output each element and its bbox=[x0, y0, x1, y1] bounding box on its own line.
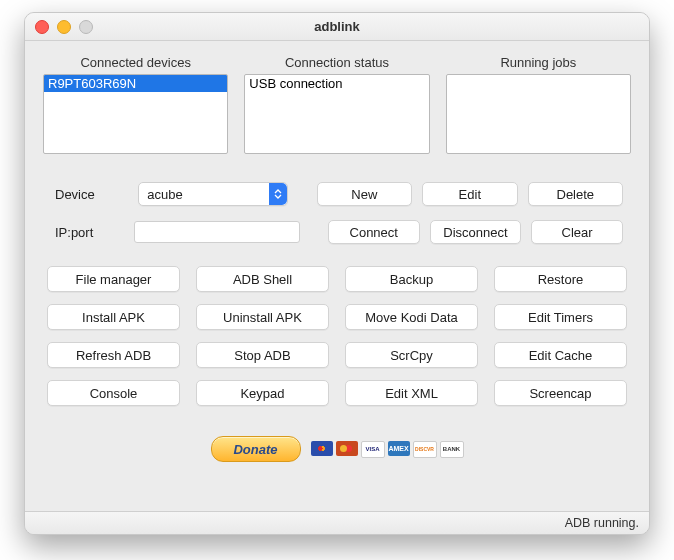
app-window: adblink Connected devices R9PT603R69N Co… bbox=[24, 12, 650, 535]
file-manager-button[interactable]: File manager bbox=[47, 266, 180, 292]
form-area: Device acube New Edit Delete IP:port Con… bbox=[43, 182, 631, 244]
console-button[interactable]: Console bbox=[47, 380, 180, 406]
edit-xml-button[interactable]: Edit XML bbox=[345, 380, 478, 406]
edit-cache-button[interactable]: Edit Cache bbox=[494, 342, 627, 368]
chevron-updown-icon bbox=[269, 183, 287, 205]
ipport-row: IP:port Connect Disconnect Clear bbox=[51, 220, 623, 244]
new-button[interactable]: New bbox=[317, 182, 412, 206]
delete-button[interactable]: Delete bbox=[528, 182, 623, 206]
mastercard-icon bbox=[336, 441, 358, 456]
clear-button[interactable]: Clear bbox=[531, 220, 623, 244]
titlebar: adblink bbox=[25, 13, 649, 41]
edit-button[interactable]: Edit bbox=[422, 182, 517, 206]
maestro-icon bbox=[311, 441, 333, 456]
ipport-input[interactable] bbox=[134, 221, 300, 243]
install-apk-button[interactable]: Install APK bbox=[47, 304, 180, 330]
amex-icon: AMEX bbox=[388, 441, 410, 456]
edit-timers-button[interactable]: Edit Timers bbox=[494, 304, 627, 330]
device-row: Device acube New Edit Delete bbox=[51, 182, 623, 206]
disconnect-button[interactable]: Disconnect bbox=[430, 220, 522, 244]
connection-status-list[interactable]: USB connection bbox=[244, 74, 429, 154]
panel-label: Connection status bbox=[244, 55, 429, 70]
action-grid: File manager ADB Shell Backup Restore In… bbox=[43, 266, 631, 406]
list-item[interactable]: R9PT603R69N bbox=[44, 75, 227, 92]
status-bar: ADB running. bbox=[25, 511, 649, 534]
connected-devices-list[interactable]: R9PT603R69N bbox=[43, 74, 228, 154]
adb-shell-button[interactable]: ADB Shell bbox=[196, 266, 329, 292]
status-text: ADB running. bbox=[565, 516, 639, 530]
payment-cards: VISA AMEX DISCVR BANK bbox=[311, 441, 464, 458]
restore-button[interactable]: Restore bbox=[494, 266, 627, 292]
list-item[interactable]: USB connection bbox=[245, 75, 428, 92]
top-panels: Connected devices R9PT603R69N Connection… bbox=[43, 55, 631, 154]
screencap-button[interactable]: Screencap bbox=[494, 380, 627, 406]
scrcpy-button[interactable]: ScrCpy bbox=[345, 342, 478, 368]
discover-icon: DISCVR bbox=[413, 441, 437, 458]
uninstall-apk-button[interactable]: Uninstall APK bbox=[196, 304, 329, 330]
backup-button[interactable]: Backup bbox=[345, 266, 478, 292]
stop-adb-button[interactable]: Stop ADB bbox=[196, 342, 329, 368]
running-jobs-list[interactable] bbox=[446, 74, 631, 154]
window-title: adblink bbox=[25, 19, 649, 34]
donate-button[interactable]: Donate bbox=[211, 436, 301, 462]
connection-status-panel: Connection status USB connection bbox=[244, 55, 429, 154]
ipport-label: IP:port bbox=[51, 225, 134, 240]
running-jobs-panel: Running jobs bbox=[446, 55, 631, 154]
content-area: Connected devices R9PT603R69N Connection… bbox=[25, 41, 649, 511]
connected-devices-panel: Connected devices R9PT603R69N bbox=[43, 55, 228, 154]
bank-icon: BANK bbox=[440, 441, 464, 458]
device-label: Device bbox=[51, 187, 138, 202]
panel-label: Connected devices bbox=[43, 55, 228, 70]
move-kodi-data-button[interactable]: Move Kodi Data bbox=[345, 304, 478, 330]
connect-button[interactable]: Connect bbox=[328, 220, 420, 244]
refresh-adb-button[interactable]: Refresh ADB bbox=[47, 342, 180, 368]
device-select-value: acube bbox=[139, 187, 268, 202]
panel-label: Running jobs bbox=[446, 55, 631, 70]
visa-icon: VISA bbox=[361, 441, 385, 458]
keypad-button[interactable]: Keypad bbox=[196, 380, 329, 406]
device-select[interactable]: acube bbox=[138, 182, 287, 206]
donate-row: Donate VISA AMEX DISCVR BANK bbox=[43, 436, 631, 462]
